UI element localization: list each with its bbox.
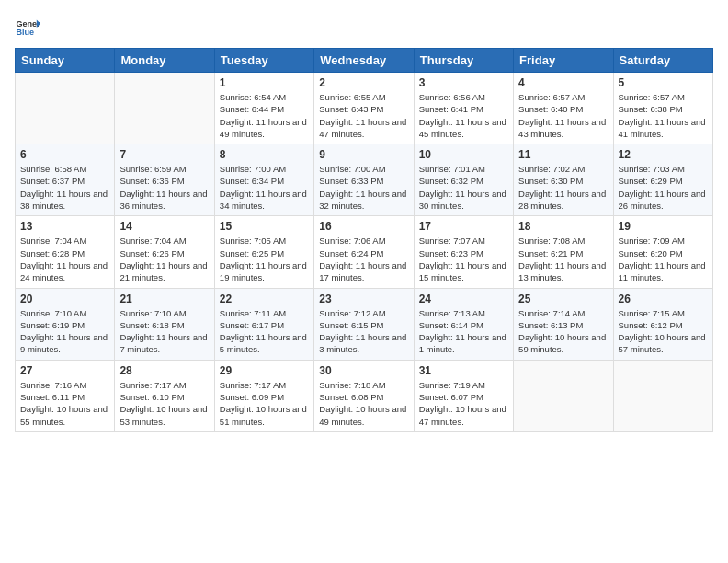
day-info: Sunrise: 7:18 AM Sunset: 6:08 PM Dayligh… (319, 379, 408, 428)
day-number: 28 (119, 364, 209, 377)
calendar-day-cell: 9Sunrise: 7:00 AM Sunset: 6:33 PM Daylig… (314, 144, 414, 216)
day-info: Sunrise: 7:02 AM Sunset: 6:30 PM Dayligh… (518, 163, 608, 212)
day-info: Sunrise: 7:19 AM Sunset: 6:07 PM Dayligh… (419, 379, 508, 428)
calendar-day-cell: 12Sunrise: 7:03 AM Sunset: 6:29 PM Dayli… (613, 144, 712, 216)
day-info: Sunrise: 7:17 AM Sunset: 6:09 PM Dayligh… (220, 379, 309, 428)
day-info: Sunrise: 7:01 AM Sunset: 6:32 PM Dayligh… (419, 163, 508, 212)
day-info: Sunrise: 7:13 AM Sunset: 6:14 PM Dayligh… (419, 307, 508, 356)
weekday-header: Friday (514, 49, 613, 73)
calendar-day-cell: 14Sunrise: 7:04 AM Sunset: 6:26 PM Dayli… (115, 216, 214, 288)
day-number: 24 (419, 293, 508, 305)
calendar-day-cell: 4Sunrise: 6:57 AM Sunset: 6:40 PM Daylig… (514, 73, 613, 144)
day-info: Sunrise: 7:03 AM Sunset: 6:29 PM Dayligh… (619, 163, 708, 212)
day-number: 16 (319, 220, 408, 233)
day-info: Sunrise: 7:00 AM Sunset: 6:33 PM Dayligh… (319, 163, 408, 212)
calendar-day-cell: 17Sunrise: 7:07 AM Sunset: 6:23 PM Dayli… (414, 216, 513, 288)
day-number: 12 (619, 148, 708, 161)
day-info: Sunrise: 7:10 AM Sunset: 6:18 PM Dayligh… (119, 307, 209, 356)
day-number: 9 (319, 148, 408, 161)
day-number: 5 (619, 76, 708, 89)
day-info: Sunrise: 6:57 AM Sunset: 6:40 PM Dayligh… (518, 91, 608, 140)
calendar-day-cell: 16Sunrise: 7:06 AM Sunset: 6:24 PM Dayli… (314, 216, 414, 288)
day-number: 26 (619, 293, 708, 305)
calendar-day-cell: 23Sunrise: 7:12 AM Sunset: 6:15 PM Dayli… (314, 288, 414, 360)
calendar-day-cell: 28Sunrise: 7:17 AM Sunset: 6:10 PM Dayli… (115, 360, 214, 431)
calendar-day-cell: 27Sunrise: 7:16 AM Sunset: 6:11 PM Dayli… (16, 360, 115, 431)
calendar-day-cell: 24Sunrise: 7:13 AM Sunset: 6:14 PM Dayli… (414, 288, 513, 360)
calendar-table: SundayMondayTuesdayWednesdayThursdayFrid… (15, 48, 713, 432)
day-info: Sunrise: 6:57 AM Sunset: 6:38 PM Dayligh… (619, 91, 708, 140)
day-info: Sunrise: 7:12 AM Sunset: 6:15 PM Dayligh… (319, 307, 408, 356)
calendar-day-cell: 7Sunrise: 6:59 AM Sunset: 6:36 PM Daylig… (115, 144, 214, 216)
day-number: 22 (220, 293, 309, 305)
day-number: 4 (518, 76, 608, 89)
calendar-week-row: 20Sunrise: 7:10 AM Sunset: 6:19 PM Dayli… (16, 288, 713, 360)
day-info: Sunrise: 7:05 AM Sunset: 6:25 PM Dayligh… (220, 235, 309, 283)
calendar-week-row: 6Sunrise: 6:58 AM Sunset: 6:37 PM Daylig… (16, 144, 713, 216)
day-number: 7 (119, 148, 209, 161)
day-info: Sunrise: 7:08 AM Sunset: 6:21 PM Dayligh… (518, 235, 608, 283)
calendar-day-cell: 3Sunrise: 6:56 AM Sunset: 6:41 PM Daylig… (414, 73, 513, 144)
calendar-day-cell: 26Sunrise: 7:15 AM Sunset: 6:12 PM Dayli… (613, 288, 712, 360)
day-number: 11 (518, 148, 608, 161)
calendar-day-cell: 8Sunrise: 7:00 AM Sunset: 6:34 PM Daylig… (214, 144, 313, 216)
calendar-day-cell: 25Sunrise: 7:14 AM Sunset: 6:13 PM Dayli… (514, 288, 613, 360)
day-number: 19 (619, 220, 708, 233)
calendar-day-cell: 30Sunrise: 7:18 AM Sunset: 6:08 PM Dayli… (314, 360, 414, 431)
day-number: 20 (20, 293, 109, 305)
day-info: Sunrise: 7:11 AM Sunset: 6:17 PM Dayligh… (220, 307, 309, 356)
day-number: 10 (419, 148, 508, 161)
weekday-header: Thursday (414, 49, 513, 73)
day-number: 17 (419, 220, 508, 233)
day-number: 14 (119, 220, 209, 233)
logo-icon: General Blue (15, 15, 40, 40)
calendar-day-cell: 31Sunrise: 7:19 AM Sunset: 6:07 PM Dayli… (414, 360, 513, 431)
weekday-header: Wednesday (314, 49, 414, 73)
day-number: 13 (20, 220, 109, 233)
calendar-day-cell (613, 360, 712, 431)
day-number: 27 (20, 364, 109, 377)
day-info: Sunrise: 7:16 AM Sunset: 6:11 PM Dayligh… (20, 379, 109, 428)
day-number: 8 (220, 148, 309, 161)
calendar-day-cell (16, 73, 115, 144)
calendar-day-cell: 10Sunrise: 7:01 AM Sunset: 6:32 PM Dayli… (414, 144, 513, 216)
day-info: Sunrise: 6:58 AM Sunset: 6:37 PM Dayligh… (20, 163, 109, 212)
day-info: Sunrise: 7:17 AM Sunset: 6:10 PM Dayligh… (119, 379, 209, 428)
day-info: Sunrise: 7:04 AM Sunset: 6:26 PM Dayligh… (119, 235, 209, 283)
day-number: 25 (518, 293, 608, 305)
day-info: Sunrise: 7:00 AM Sunset: 6:34 PM Dayligh… (220, 163, 309, 212)
day-info: Sunrise: 6:59 AM Sunset: 6:36 PM Dayligh… (119, 163, 209, 212)
day-info: Sunrise: 7:10 AM Sunset: 6:19 PM Dayligh… (20, 307, 109, 356)
weekday-header: Monday (115, 49, 214, 73)
calendar-header-row: SundayMondayTuesdayWednesdayThursdayFrid… (16, 49, 713, 73)
day-info: Sunrise: 6:56 AM Sunset: 6:41 PM Dayligh… (419, 91, 508, 140)
calendar-day-cell: 21Sunrise: 7:10 AM Sunset: 6:18 PM Dayli… (115, 288, 214, 360)
day-info: Sunrise: 7:07 AM Sunset: 6:23 PM Dayligh… (419, 235, 508, 283)
day-info: Sunrise: 6:55 AM Sunset: 6:43 PM Dayligh… (319, 91, 408, 140)
weekday-header: Sunday (16, 49, 115, 73)
day-number: 30 (319, 364, 408, 377)
day-number: 31 (419, 364, 508, 377)
calendar-day-cell: 1Sunrise: 6:54 AM Sunset: 6:44 PM Daylig… (214, 73, 313, 144)
page-header: General Blue (15, 15, 713, 40)
day-number: 21 (119, 293, 209, 305)
calendar-day-cell: 29Sunrise: 7:17 AM Sunset: 6:09 PM Dayli… (214, 360, 313, 431)
calendar-day-cell: 13Sunrise: 7:04 AM Sunset: 6:28 PM Dayli… (16, 216, 115, 288)
calendar-day-cell: 6Sunrise: 6:58 AM Sunset: 6:37 PM Daylig… (16, 144, 115, 216)
day-info: Sunrise: 7:06 AM Sunset: 6:24 PM Dayligh… (319, 235, 408, 283)
weekday-header: Saturday (613, 49, 712, 73)
day-info: Sunrise: 7:14 AM Sunset: 6:13 PM Dayligh… (518, 307, 608, 356)
calendar-week-row: 27Sunrise: 7:16 AM Sunset: 6:11 PM Dayli… (16, 360, 713, 431)
calendar-day-cell: 19Sunrise: 7:09 AM Sunset: 6:20 PM Dayli… (613, 216, 712, 288)
day-number: 3 (419, 76, 508, 89)
calendar-day-cell: 22Sunrise: 7:11 AM Sunset: 6:17 PM Dayli… (214, 288, 313, 360)
day-info: Sunrise: 7:04 AM Sunset: 6:28 PM Dayligh… (20, 235, 109, 283)
svg-text:Blue: Blue (16, 28, 34, 37)
day-info: Sunrise: 7:09 AM Sunset: 6:20 PM Dayligh… (619, 235, 708, 283)
calendar-day-cell: 20Sunrise: 7:10 AM Sunset: 6:19 PM Dayli… (16, 288, 115, 360)
day-info: Sunrise: 6:54 AM Sunset: 6:44 PM Dayligh… (220, 91, 309, 140)
day-number: 18 (518, 220, 608, 233)
calendar-week-row: 13Sunrise: 7:04 AM Sunset: 6:28 PM Dayli… (16, 216, 713, 288)
day-number: 6 (20, 148, 109, 161)
calendar-week-row: 1Sunrise: 6:54 AM Sunset: 6:44 PM Daylig… (16, 73, 713, 144)
